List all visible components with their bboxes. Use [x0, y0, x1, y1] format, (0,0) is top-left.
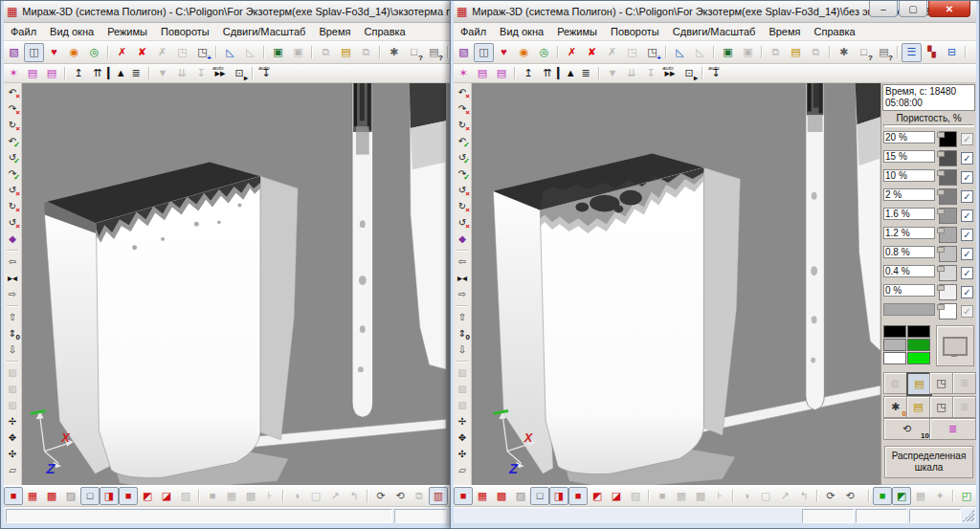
cube-red-icon[interactable]: ■: [568, 487, 588, 505]
menu-item[interactable]: Файл: [454, 23, 493, 40]
snapshot-icon[interactable]: ◫: [24, 43, 44, 62]
fit-view-icon[interactable]: ✢: [4, 413, 21, 430]
cube-hatch-icon[interactable]: ▨: [61, 487, 80, 505]
pan-right-icon[interactable]: ⇨: [454, 286, 471, 302]
rotate-x-down-icon[interactable]: ↷✓: [4, 165, 21, 182]
swatch-black-1[interactable]: [883, 325, 906, 338]
cube-3d-icon[interactable]: ◩: [588, 487, 607, 505]
rotate-90-icon[interactable]: ↺×: [454, 182, 471, 198]
legend-visibility-checkbox[interactable]: ✓: [961, 209, 973, 222]
graph-icon[interactable]: ◺: [220, 43, 240, 62]
cube-hatch-icon[interactable]: ▨: [511, 487, 530, 505]
arrow-turn-icon[interactable]: ↰: [345, 487, 364, 505]
legend-value-field[interactable]: [883, 150, 935, 163]
graph-icon[interactable]: ◺: [670, 43, 690, 62]
graph-cut-icon[interactable]: ◺: [240, 43, 260, 62]
pan-up-icon[interactable]: ⇧: [4, 309, 21, 325]
cube-half-icon[interactable]: ◨: [549, 487, 568, 505]
menu-item[interactable]: Повороты: [154, 23, 216, 40]
legend-list-icon[interactable]: ☰: [902, 43, 922, 62]
center-x-icon[interactable]: ▸◂: [4, 270, 21, 286]
rotate-folder-icon[interactable]: ⟳: [371, 487, 390, 505]
help-box2-icon[interactable]: ▤?: [874, 43, 894, 62]
fit-view-icon[interactable]: ✢: [454, 413, 471, 430]
scale-open-button[interactable]: ▤: [906, 372, 932, 396]
fit-out-icon[interactable]: ✣: [4, 446, 21, 462]
swatch-green-bright[interactable]: [907, 352, 930, 364]
green-cube-icon[interactable]: ■: [873, 487, 892, 505]
titlebar[interactable]: ▦ Мираж-3D (система Полигон) - C:\Poligo…: [454, 1, 976, 23]
cube-solid-icon[interactable]: ■: [454, 487, 473, 505]
rotate-folder-icon[interactable]: ⟳: [821, 487, 840, 505]
cube-mesh-icon[interactable]: ▦: [23, 487, 42, 505]
rotate-x-zero-icon[interactable]: ↺✓: [4, 149, 21, 165]
cube-gray-hatch-icon[interactable]: ▨: [626, 487, 645, 505]
delete-point-icon[interactable]: ✗: [562, 43, 582, 62]
settings-icon[interactable]: ✱: [834, 43, 854, 62]
cube-grid-icon[interactable]: ▦: [222, 487, 241, 505]
legend-visibility-checkbox[interactable]: ✓: [961, 152, 973, 165]
delete-alt-icon[interactable]: ✗: [602, 43, 622, 62]
rotate-y-ccw-icon[interactable]: ↶×: [454, 84, 471, 100]
legend-value-field[interactable]: [883, 303, 935, 316]
auto-forward-icon[interactable]: auto▸▸: [660, 65, 679, 82]
help-box2-icon[interactable]: ▤?: [424, 43, 444, 62]
menu-item[interactable]: Справка: [808, 23, 862, 40]
swap-dim-icon[interactable]: ✦: [930, 487, 949, 505]
image-alt-icon[interactable]: ▣: [288, 43, 308, 62]
trace-point-icon[interactable]: ✶: [454, 65, 473, 82]
rotate-z-icon[interactable]: ↻×: [454, 117, 471, 133]
cube-solid-icon[interactable]: ■: [4, 487, 23, 505]
menu-item[interactable]: Повороты: [604, 23, 666, 40]
cube-grid-icon[interactable]: ▦: [672, 487, 691, 505]
range-open-button[interactable]: ▤: [906, 396, 930, 418]
palette-button[interactable]: ≣: [929, 418, 976, 440]
rotate-y-cw-icon[interactable]: ↷×: [454, 100, 471, 117]
auto-end-icon[interactable]: auto↧: [706, 65, 725, 82]
time-list-up-icon[interactable]: ⇈: [538, 65, 557, 82]
cube-gray-hatch-icon[interactable]: ▨: [176, 487, 195, 505]
swatch-black-2[interactable]: [907, 325, 930, 338]
close-button[interactable]: ✕: [928, 1, 970, 17]
legend-visibility-checkbox[interactable]: ✓: [961, 133, 973, 145]
copy-view-icon[interactable]: ⧉: [766, 43, 786, 62]
view-cube-icon[interactable]: ◆: [454, 231, 471, 247]
zoom-in-win-icon[interactable]: ▧: [454, 381, 471, 397]
cube-mesh-icon[interactable]: ▦: [473, 487, 492, 505]
pan-left-icon[interactable]: ⇦: [454, 253, 471, 270]
uni-params-icon[interactable]: ◎: [84, 43, 104, 62]
zoom-center-icon[interactable]: ✥: [4, 430, 21, 446]
pan-down-icon[interactable]: ⇩: [454, 342, 471, 358]
zoom-out-win-icon[interactable]: ▧: [454, 397, 471, 413]
paste-view-icon[interactable]: ⧉: [356, 43, 376, 62]
legend-visibility-checkbox[interactable]: ✓: [961, 190, 973, 203]
time-last-icon[interactable]: ↧: [191, 65, 211, 82]
center-x-icon[interactable]: ▸◂: [454, 270, 471, 286]
mesh-dim-icon[interactable]: ▦: [911, 487, 930, 505]
rotate-x-zero-icon[interactable]: ↺✓: [454, 149, 471, 165]
def-params-icon[interactable]: ◉: [64, 43, 84, 62]
help-box-icon[interactable]: □?: [854, 43, 874, 62]
legend-visibility-checkbox[interactable]: ✓: [961, 171, 973, 184]
menu-item[interactable]: Сдвиги/Масштаб: [666, 23, 763, 40]
legend-visibility-checkbox[interactable]: ✓: [961, 305, 973, 318]
box-icon[interactable]: ▢: [756, 487, 775, 505]
rotate-y-cw-icon[interactable]: ↷×: [4, 100, 21, 117]
delete-point-icon[interactable]: ✗: [112, 43, 132, 62]
image-alt-icon[interactable]: ▣: [738, 43, 758, 62]
cube-red-icon[interactable]: ■: [119, 487, 138, 505]
cube-grid2-icon[interactable]: ▩: [241, 487, 260, 505]
rotate-x-up-icon[interactable]: ↶✓: [4, 133, 21, 149]
pan-up-icon[interactable]: ⇧: [454, 309, 471, 325]
arrow-ne-icon[interactable]: ↗: [325, 487, 345, 505]
uni-params-icon[interactable]: ◎: [534, 43, 554, 62]
zoom-rect-icon[interactable]: ▧: [4, 364, 21, 381]
graph-open-icon[interactable]: ▤: [492, 65, 511, 82]
steps-count-button[interactable]: ⟲10: [883, 418, 930, 440]
time-list-up-icon[interactable]: ⇈: [88, 65, 107, 82]
zoom-in-win-icon[interactable]: ▧: [4, 381, 21, 397]
refresh-icon[interactable]: ⟲: [840, 487, 859, 505]
maximize-button[interactable]: ▢: [899, 1, 927, 17]
arrow-ne-icon[interactable]: ↗: [775, 487, 794, 505]
zoom-rect-icon[interactable]: ▧: [454, 364, 471, 381]
